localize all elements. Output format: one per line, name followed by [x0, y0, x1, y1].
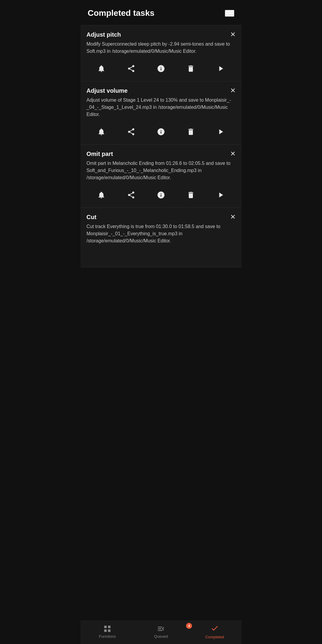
task-card: Cut ✕ Cut track Everything is true from …: [80, 208, 242, 267]
task-description: Cut track Everything is true from 01:30.…: [86, 223, 236, 244]
task-title: Adjust volume: [86, 87, 227, 94]
task-title: Omit part: [86, 151, 227, 157]
play-button[interactable]: [214, 188, 227, 202]
info-icon: [157, 128, 165, 136]
hamburger-line-3: [225, 15, 234, 16]
delete-button[interactable]: [184, 125, 197, 138]
delete-button[interactable]: [184, 188, 197, 202]
task-title: Adjust pitch: [86, 31, 227, 38]
task-description: Adjust volume of Stage 1 Level 24 to 130…: [86, 97, 236, 118]
menu-button[interactable]: [225, 10, 234, 17]
task-actions: [86, 60, 236, 76]
share-icon: [127, 64, 135, 73]
ring-button[interactable]: [95, 125, 108, 138]
task-header: Adjust volume ✕: [86, 87, 236, 94]
ring-icon: [97, 64, 106, 73]
task-card: Adjust pitch ✕ Modify Superconnected sle…: [80, 25, 242, 81]
task-card: Adjust volume ✕ Adjust volume of Stage 1…: [80, 81, 242, 145]
play-button[interactable]: [214, 125, 227, 138]
play-icon: [216, 191, 225, 199]
ring-icon: [97, 128, 106, 136]
delete-icon: [187, 64, 195, 73]
info-icon: [157, 64, 165, 73]
task-header: Omit part ✕: [86, 151, 236, 157]
task-title: Cut: [86, 214, 227, 221]
share-button[interactable]: [125, 125, 138, 138]
task-card: Omit part ✕ Omit part in Melancholic End…: [80, 145, 242, 208]
task-actions: [86, 186, 236, 203]
close-button[interactable]: ✕: [227, 214, 236, 220]
page-title: Completed tasks: [88, 8, 154, 18]
delete-icon: [187, 191, 195, 199]
hamburger-line-2: [225, 13, 234, 14]
delete-button[interactable]: [184, 62, 197, 75]
task-header: Adjust pitch ✕: [86, 31, 236, 38]
hamburger-line-1: [225, 10, 234, 11]
close-button[interactable]: ✕: [227, 151, 236, 157]
info-icon: [157, 191, 165, 199]
share-button[interactable]: [125, 62, 138, 75]
play-icon: [216, 64, 225, 73]
task-description: Omit part in Melancholic Ending from 01:…: [86, 160, 236, 181]
close-button[interactable]: ✕: [227, 31, 236, 38]
share-icon: [127, 191, 135, 199]
info-button[interactable]: [154, 125, 168, 138]
task-description: Modify Superconnected sleep pitch by -2.…: [86, 41, 236, 55]
share-button[interactable]: [125, 188, 138, 202]
close-button[interactable]: ✕: [227, 87, 236, 94]
header: Completed tasks: [80, 0, 242, 25]
info-button[interactable]: [154, 62, 168, 75]
ring-button[interactable]: [95, 62, 108, 75]
play-icon: [216, 128, 225, 136]
info-button[interactable]: [154, 188, 168, 202]
delete-icon: [187, 128, 195, 136]
tasks-container: Adjust pitch ✕ Modify Superconnected sle…: [80, 25, 242, 294]
share-icon: [127, 128, 135, 136]
play-button[interactable]: [214, 62, 227, 75]
task-header: Cut ✕: [86, 214, 236, 221]
ring-button[interactable]: [95, 188, 108, 202]
ring-icon: [97, 191, 106, 199]
task-actions: [86, 123, 236, 140]
